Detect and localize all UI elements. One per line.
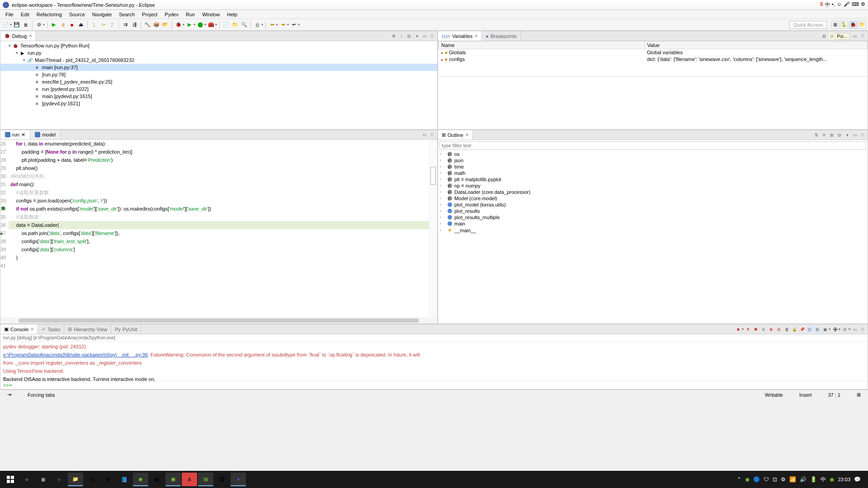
debug-frame[interactable]: ≡main [pydevd.py:1615] [0, 93, 437, 100]
menu-refactoring[interactable]: Refactoring [33, 11, 66, 18]
console-prompt[interactable]: >>> [0, 381, 868, 389]
menu-project[interactable]: Project [138, 11, 161, 18]
outline-item[interactable]: ⊦↑plt = matplotlib.pyplot [438, 176, 868, 183]
minimize-icon[interactable]: ▭ [852, 326, 858, 333]
menu-file[interactable]: File [2, 11, 17, 18]
ol-tb-3[interactable]: ⊞ [829, 132, 835, 138]
minimize-icon[interactable]: ▭ [421, 33, 428, 39]
con-clear-button[interactable]: 🗑 [783, 326, 790, 333]
outline-tree[interactable]: ⊦↑os⊦↑json⊦↑time⊦↑math⊦↑plt = matplotlib… [438, 151, 868, 324]
taskview-button[interactable]: ⊞ [35, 473, 51, 486]
con-tb-14[interactable]: ⊟ [842, 326, 848, 333]
outline-item[interactable]: ⊦main [438, 221, 868, 227]
face-icon[interactable]: ☺ [837, 1, 842, 8]
run-launch-button[interactable]: ▶ [185, 21, 193, 29]
debug-frame[interactable]: ≡ [run.py:78] [0, 71, 437, 78]
tasks-tab[interactable]: ✓Tasks [38, 324, 64, 334]
menu-window[interactable]: Window [198, 11, 223, 18]
tray-icon-6[interactable]: ◉ [830, 476, 834, 483]
ed-tb-1[interactable]: ▭ [421, 131, 428, 138]
quick-access-field[interactable]: Quick Access [789, 21, 827, 29]
console-output[interactable]: pydev debugger: starting (pid: 24312)e:\… [0, 342, 868, 381]
back-button[interactable]: ⬅ [268, 21, 276, 29]
eclipse-taskbar-button[interactable]: ● [231, 473, 246, 486]
outline-item[interactable]: ⊦plot_results [438, 208, 868, 214]
console-tab[interactable]: ▣ Console ✕ [0, 324, 38, 334]
tb-btn-5[interactable]: 📂 [161, 21, 170, 29]
pydev-perspective-button[interactable]: 🐍 [840, 21, 848, 29]
variables-table[interactable]: Name Value ▸ ● GlobalsGlobal variables▸ … [438, 41, 868, 63]
tb-btn-9[interactable]: ↩ [290, 21, 298, 29]
outline-filter-input[interactable] [439, 141, 866, 150]
resume-button[interactable]: ▶ [50, 21, 58, 29]
outline-item[interactable]: ⊦↑np = numpy [438, 183, 868, 189]
view-menu-icon[interactable]: ▾ [414, 33, 420, 39]
store-button[interactable]: 🛍 [84, 473, 99, 486]
disconnect-button[interactable]: ⏏ [77, 21, 85, 29]
app-button-6[interactable]: ▤ [198, 473, 213, 486]
tray-icon-1[interactable]: ◉ [745, 476, 750, 483]
debug-frame[interactable]: ▾🔗MainThread - pid_24312_id_260176068323… [0, 56, 437, 64]
gear-icon[interactable]: ⚙ [861, 1, 865, 8]
open-perspective-button[interactable]: ⊞ [831, 21, 839, 29]
punct-icon[interactable]: •, [832, 1, 835, 8]
con-scroll-lock-button[interactable]: 🔒 [791, 326, 797, 333]
con-tb-4[interactable]: ⊘ [760, 326, 767, 333]
outline-item[interactable]: ⊦↑json [438, 157, 868, 164]
debug-tab[interactable]: 🐞 Debug ✕ [0, 31, 36, 41]
tray-battery-icon[interactable]: 🔋 [810, 476, 817, 483]
con-remove-button[interactable]: ✕ [745, 326, 751, 333]
outline-tab[interactable]: ⊞ Outline ✕ [438, 130, 473, 140]
dbg-tb-1[interactable]: ⚙ [391, 33, 397, 39]
con-tb-10[interactable]: ⊡ [807, 326, 813, 333]
kb-icon[interactable]: ⌨ [852, 1, 859, 8]
tb-btn-2[interactable]: ⇶ [130, 21, 138, 29]
step-return-button[interactable]: ⤴ [108, 21, 116, 29]
maximize-icon[interactable]: □ [859, 132, 866, 138]
con-tb-11[interactable]: ⊞ [814, 326, 821, 333]
ol-tb-2[interactable]: ✕ [821, 132, 827, 138]
ext-tools-button[interactable]: 🧰 [207, 21, 215, 29]
outline-item[interactable]: ⊦↑math [438, 170, 868, 176]
tray-icon-5[interactable]: ⚙ [781, 476, 786, 483]
maximize-icon[interactable]: □ [429, 131, 435, 138]
suspend-button[interactable]: ⏸ [59, 21, 67, 29]
menu-navigate[interactable]: Navigate [89, 11, 115, 18]
overview-ruler[interactable] [429, 140, 437, 317]
tb-btn-6[interactable]: 📄 [222, 21, 230, 29]
var-tb-2[interactable]: ⊡ [829, 33, 835, 39]
col-name[interactable]: Name [439, 42, 645, 49]
outline-item[interactable]: ⊦plot_model (keras.utils) [438, 202, 868, 208]
close-icon[interactable]: ✕ [30, 327, 34, 332]
editor-tab-model[interactable]: model [30, 130, 61, 139]
outline-item[interactable]: ⊦★__main__ [438, 227, 868, 234]
ol-tb-1[interactable]: ⇅ [813, 132, 820, 138]
code-editor[interactable]: for i, data in enumerate(predicted_data)… [9, 140, 429, 317]
variables-tab[interactable]: (x)= Variables ✕ [438, 31, 482, 41]
dbg-tb-3[interactable]: ⊟ [406, 33, 412, 39]
new-button[interactable]: 📄 [2, 21, 10, 29]
editor-gutter[interactable]: 26272829303132333435363738394041 [0, 140, 9, 317]
tray-icon-4[interactable]: ⊡ [773, 476, 777, 483]
debug-frame[interactable]: ▾▶run.py [0, 49, 437, 56]
cortana-button[interactable]: ○ [19, 473, 34, 486]
search-button[interactable]: 🔍 [240, 21, 248, 29]
con-pin-button[interactable]: 📌 [799, 326, 805, 333]
resource-perspective-button[interactable]: 📁 [858, 21, 866, 29]
system-tray[interactable]: ⌃ ◉ 🔵 🛡 ⊡ ⚙ 📶 🔊 🔋 中 ◉ 23:03 💬 [737, 476, 865, 483]
debug-perspective-button[interactable]: 🐞 [849, 21, 857, 29]
menu-edit[interactable]: Edit [17, 11, 33, 18]
close-icon[interactable]: ✕ [465, 132, 469, 137]
tray-network-icon[interactable]: 📶 [789, 476, 796, 483]
outline-item[interactable]: ⊦plot_results_multiple [438, 214, 868, 221]
outline-item[interactable]: ⊦↑Model (core.model) [438, 195, 868, 202]
tray-clock[interactable]: 23:03 [838, 477, 850, 482]
col-value[interactable]: Value [644, 42, 867, 49]
debug-tree[interactable]: ▾🐞Tensorflow run.py [Python Run]▾▶run.py… [0, 41, 437, 108]
menu-source[interactable]: Source [66, 11, 89, 18]
debug-frame[interactable]: ≡ [pydevd.py:1621] [0, 100, 437, 107]
variable-row[interactable]: ▸ ● configsdict: {'data': {'filename': '… [439, 56, 868, 63]
horizontal-scrollbar[interactable] [0, 317, 437, 324]
con-display-button[interactable]: ▣ [822, 326, 828, 333]
explorer-button[interactable]: 📁 [68, 473, 83, 486]
